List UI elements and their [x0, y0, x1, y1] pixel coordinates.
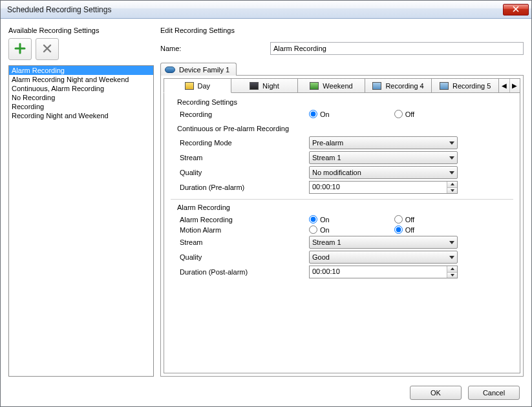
mode-label: Recording Mode — [180, 139, 309, 147]
mode-value: Pre-alarm — [312, 139, 343, 147]
window-title: Scheduled Recording Settings — [7, 5, 111, 14]
dialog-body: Available Recording Settings Alarm Recor… — [1, 19, 531, 379]
chevron-down-icon — [449, 171, 454, 174]
duration-postalarm-spinner[interactable]: 00:00:10 — [309, 266, 458, 278]
edit-settings-pane: Edit Recording Settings Name: Device Fam… — [160, 26, 524, 377]
night-icon — [250, 82, 259, 90]
alarm-stream-dropdown[interactable]: Stream 1 — [309, 236, 458, 249]
alarm-stream-label: Stream — [180, 238, 309, 246]
alarm-quality-value: Good — [312, 253, 330, 261]
recording-off-radio[interactable]: Off — [394, 110, 414, 118]
alarm-recording-radio-group: On Off — [309, 215, 414, 224]
close-button[interactable] — [503, 4, 529, 16]
name-row: Name: — [160, 42, 524, 55]
alarm-quality-dropdown[interactable]: Good — [309, 251, 458, 264]
recording-icon — [372, 82, 381, 90]
recording-icon — [440, 82, 449, 90]
name-label: Name: — [160, 45, 270, 52]
motion-alarm-label: Motion Alarm — [180, 226, 309, 234]
day-icon — [185, 82, 194, 90]
tab-device-family-1[interactable]: Device Family 1 — [160, 63, 237, 76]
ok-button[interactable]: OK — [410, 386, 462, 400]
add-button[interactable] — [8, 38, 32, 60]
tab-scroll-right[interactable]: ▶ — [509, 79, 520, 92]
alarm-recording-on-radio[interactable]: On — [309, 215, 330, 224]
stream-dropdown[interactable]: Stream 1 — [309, 151, 458, 164]
motion-alarm-radio-group: On Off — [309, 225, 414, 234]
tab-label: Weekend — [323, 82, 352, 90]
settings-list[interactable]: Alarm RecordingAlarm Recording Night and… — [8, 65, 154, 377]
duration-prealarm-spinner[interactable]: 00:00:10 — [309, 181, 458, 194]
available-settings-pane: Available Recording Settings Alarm Recor… — [8, 26, 154, 377]
tab-label: Night — [262, 82, 279, 90]
chevron-down-icon — [451, 274, 454, 277]
device-family-tabstrip: Device Family 1 — [160, 61, 524, 76]
duration-prealarm-value: 00:00:10 — [310, 182, 447, 193]
stream-label: Stream — [180, 154, 309, 162]
quality-value: No modification — [312, 169, 361, 176]
edit-settings-heading: Edit Recording Settings — [160, 26, 524, 34]
chevron-down-icon — [449, 256, 454, 259]
available-settings-heading: Available Recording Settings — [8, 26, 154, 34]
tab-label: Recording 5 — [452, 82, 491, 90]
recording-radio-group: On Off — [309, 110, 414, 118]
list-item[interactable]: Alarm Recording Night and Weekend — [9, 75, 153, 84]
tab-night[interactable]: Night — [231, 78, 299, 92]
list-item[interactable]: Alarm Recording — [9, 66, 153, 75]
device-family-icon — [165, 67, 175, 73]
recording-tab-body: Recording Settings Recording On Off Cont… — [164, 92, 520, 373]
spinner-up[interactable] — [447, 182, 457, 187]
alarm-stream-value: Stream 1 — [312, 238, 341, 246]
weekend-icon — [310, 82, 319, 90]
motion-off-radio[interactable]: Off — [394, 225, 414, 234]
spinner-down[interactable] — [447, 187, 457, 194]
duration-postalarm-value: 00:00:10 — [310, 266, 447, 278]
alarm-recording-group: Alarm Recording Alarm Recording On Off M… — [171, 204, 513, 278]
tab-recording-4[interactable]: Recording 4 — [365, 78, 432, 92]
chevron-right-icon: ▶ — [512, 82, 517, 89]
duration-prealarm-label: Duration (Pre-alarm) — [180, 183, 309, 191]
tab-day[interactable]: Day — [164, 78, 231, 93]
tab-scroll-controls: ◀ ▶ — [499, 78, 520, 92]
stream-value: Stream 1 — [312, 154, 341, 162]
alarm-quality-label: Quality — [180, 253, 309, 261]
recording-on-radio[interactable]: On — [309, 110, 330, 118]
list-item[interactable]: No Recording — [9, 93, 153, 102]
alarm-group-title: Alarm Recording — [177, 204, 513, 211]
tab-recording-5[interactable]: Recording 5 — [432, 78, 499, 92]
recording-tabstrip: Day Night Weekend Recording 4 — [164, 78, 520, 92]
tab-label: Day — [198, 82, 211, 90]
list-item[interactable]: Recording — [9, 102, 153, 111]
cancel-button[interactable]: Cancel — [468, 386, 520, 400]
duration-postalarm-label: Duration (Post-alarm) — [180, 268, 309, 276]
plus-icon — [14, 43, 26, 56]
delete-button[interactable] — [36, 38, 59, 60]
continuous-prealarm-title: Continuous or Pre-alarm Recording — [177, 125, 513, 132]
spinner-up[interactable] — [447, 266, 457, 272]
motion-on-radio[interactable]: On — [309, 225, 330, 234]
name-input[interactable] — [270, 42, 524, 55]
device-family-tab-body: Day Night Weekend Recording 4 — [160, 75, 524, 377]
spinner-down[interactable] — [447, 272, 457, 278]
chevron-down-icon — [449, 156, 454, 160]
recording-settings-title: Recording Settings — [177, 98, 513, 106]
recording-settings-group: Recording Settings Recording On Off Cont… — [171, 98, 513, 194]
quality-dropdown[interactable]: No modification — [309, 166, 458, 179]
titlebar: Scheduled Recording Settings — [1, 1, 531, 19]
tab-label: Recording 4 — [385, 82, 423, 90]
list-item[interactable]: Continuous, Alarm Recording — [9, 84, 153, 93]
chevron-down-icon — [451, 189, 454, 192]
close-icon — [513, 6, 519, 14]
tab-scroll-left[interactable]: ◀ — [499, 79, 509, 92]
chevron-up-icon — [451, 183, 454, 185]
mode-dropdown[interactable]: Pre-alarm — [309, 136, 458, 149]
chevron-down-icon — [449, 141, 454, 145]
dialog-window: Scheduled Recording Settings Available R… — [0, 0, 532, 407]
list-item[interactable]: Recording Night and Weekend — [9, 111, 153, 120]
alarm-recording-label: Alarm Recording — [180, 216, 309, 224]
alarm-recording-off-radio[interactable]: Off — [394, 215, 414, 224]
device-family-tab-label: Device Family 1 — [179, 66, 229, 74]
quality-label: Quality — [180, 169, 309, 176]
recording-label: Recording — [180, 110, 309, 118]
tab-weekend[interactable]: Weekend — [298, 78, 365, 92]
